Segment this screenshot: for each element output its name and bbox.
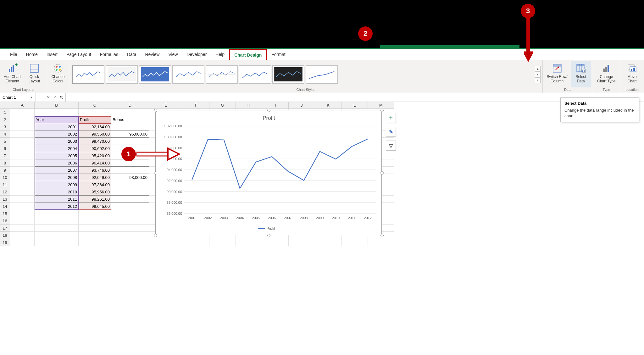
chart-style-7[interactable] [272,65,304,84]
cell[interactable]: Year [35,116,79,123]
chart-series-line[interactable] [192,139,368,188]
cell[interactable] [262,239,289,246]
chart-resize-handle[interactable] [154,234,157,237]
tab-help[interactable]: Help [211,49,229,60]
cell[interactable]: 92,049.00 [79,174,111,181]
chart-style-1[interactable] [72,65,104,84]
cell[interactable]: 93,746.00 [79,167,111,174]
enter-icon[interactable]: ✓ [53,95,57,100]
cell[interactable]: 99,470.00 [79,138,111,145]
select-data-button[interactable]: Select Data [571,61,591,87]
cell[interactable] [111,225,149,232]
gallery-up-icon[interactable]: ▲ [535,66,541,72]
tab-review[interactable]: Review [141,49,164,60]
cell[interactable] [35,232,79,239]
fx-icon[interactable]: fx [60,95,63,100]
cell[interactable] [111,109,149,116]
cell[interactable]: 2006 [35,159,79,167]
name-box[interactable]: Chart 1 ▼ [0,93,36,102]
chart-title[interactable]: Profit [263,115,275,121]
cell[interactable] [35,217,79,225]
cell[interactable] [10,232,35,239]
cell[interactable] [10,152,35,159]
embedded-chart[interactable]: Profit86,000.0088,000.0090,000.0092,000.… [155,110,382,235]
cell[interactable] [209,239,236,246]
cell[interactable] [111,239,149,246]
chart-resize-handle[interactable] [380,109,384,112]
cell[interactable]: Profit [79,116,111,123]
cell[interactable] [111,203,149,210]
row-header-17[interactable]: 17 [0,225,10,232]
cell[interactable] [368,239,394,246]
cell[interactable] [111,123,149,130]
brush-icon[interactable]: ✎ [386,127,396,137]
select-all-corner[interactable] [0,102,10,109]
cell[interactable]: 92,164.00 [79,123,111,130]
column-header-b[interactable]: B [35,102,79,109]
cell[interactable] [315,239,341,246]
cell[interactable] [79,109,111,116]
chart-resize-handle[interactable] [267,109,270,112]
cell[interactable]: 96,414.00 [79,159,111,167]
cell[interactable] [10,130,35,138]
row-header-19[interactable]: 19 [0,239,10,246]
cell[interactable] [10,159,35,167]
cell[interactable]: 98,261.00 [79,196,111,203]
move-chart-button[interactable]: Move Chart [622,61,642,87]
column-header-d[interactable]: D [111,102,149,109]
cell[interactable] [10,145,35,152]
cell[interactable] [10,225,35,232]
cell[interactable]: 90,602.00 [79,145,111,152]
cell[interactable] [79,239,111,246]
cell[interactable]: 95,000.00 [111,130,149,138]
row-header-15[interactable]: 15 [0,210,10,217]
cell[interactable] [10,174,35,181]
cell[interactable] [79,217,111,225]
column-header-h[interactable]: H [236,102,262,109]
cell-grid[interactable]: YearProfitBonus200192,164.00200299,560.0… [10,109,644,246]
tab-formulas[interactable]: Formulas [96,49,123,60]
column-header-m[interactable]: M [368,102,394,109]
row-header-10[interactable]: 10 [0,174,10,181]
chart-style-6[interactable] [239,65,271,84]
chart-resize-handle[interactable] [267,234,270,237]
cell[interactable] [111,138,149,145]
change-colors-button[interactable]: Change Colors [49,61,67,87]
row-header-6[interactable]: 6 [0,145,10,152]
tab-home[interactable]: Home [22,49,42,60]
chart-resize-handle[interactable] [380,234,384,237]
tab-developer[interactable]: Developer [182,49,211,60]
cell[interactable] [35,109,79,116]
cell[interactable]: 2004 [35,145,79,152]
cell[interactable] [79,232,111,239]
cell[interactable] [111,188,149,196]
cell[interactable] [111,232,149,239]
plus-icon[interactable]: + [386,113,396,123]
cell[interactable] [183,239,209,246]
cell[interactable]: 2002 [35,130,79,138]
column-header-j[interactable]: J [289,102,315,109]
chart-style-3[interactable] [139,65,171,84]
gallery-down-icon[interactable]: ▼ [535,72,541,77]
cell[interactable]: 2007 [35,167,79,174]
row-header-4[interactable]: 4 [0,130,10,138]
cell[interactable] [236,239,262,246]
cell[interactable] [79,210,111,217]
cell[interactable]: 2001 [35,123,79,130]
cell[interactable] [35,210,79,217]
cell[interactable] [111,217,149,225]
cell[interactable] [10,181,35,188]
quick-layout-button[interactable]: Quick Layout [24,61,45,87]
change-chart-type-button[interactable]: Change Chart Type [595,61,618,87]
cell[interactable] [149,239,183,246]
cell[interactable]: 99,645.00 [79,203,111,210]
row-header-8[interactable]: 8 [0,159,10,167]
gallery-more-icon[interactable]: ▾ [535,77,541,83]
cell[interactable] [10,138,35,145]
column-header-a[interactable]: A [10,102,35,109]
cell[interactable] [10,116,35,123]
row-header-13[interactable]: 13 [0,196,10,203]
cell[interactable]: 97,364.00 [79,181,111,188]
tab-view[interactable]: View [164,49,182,60]
column-header-f[interactable]: F [183,102,209,109]
